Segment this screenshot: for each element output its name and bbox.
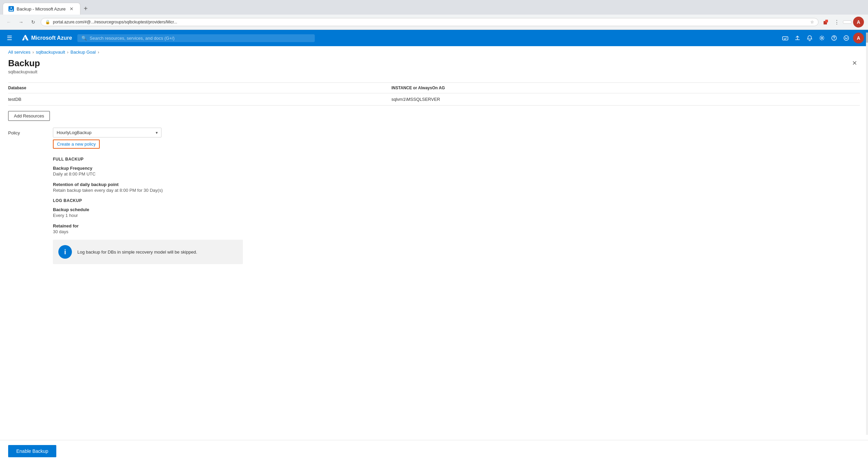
tab-title: Backup - Microsoft Azure — [17, 6, 66, 12]
retained-for-value: 30 days — [53, 229, 860, 234]
policy-dropdown-value: HourlyLogBackup — [57, 130, 92, 135]
page-subtitle: sqlbackupvault — [8, 69, 40, 74]
svg-point-9 — [845, 37, 846, 38]
backup-schedule-item: Backup schedule Every 1 hour — [53, 207, 860, 218]
vertical-scrollbar[interactable] — [866, 33, 868, 435]
settings-icon[interactable] — [816, 33, 827, 43]
menu-btn[interactable]: ⋮ — [832, 17, 842, 27]
browser-addressbar: ← → ↻ 🔒 portal.azure.com/#@.../resourceg… — [0, 15, 868, 30]
svg-point-8 — [844, 36, 849, 40]
notification-icon[interactable] — [804, 33, 815, 43]
info-icon: i — [58, 245, 72, 259]
breadcrumb-goal[interactable]: Backup Goal — [71, 50, 96, 55]
title-group: Backup sqlbackupvault — [8, 58, 40, 74]
help-icon[interactable] — [829, 33, 840, 43]
policy-section: Policy HourlyLogBackup ▾ Create a new po… — [8, 128, 860, 264]
browser-profile-btn[interactable]: A — [853, 17, 864, 27]
breadcrumb-vault[interactable]: sqlbackupvault — [36, 50, 65, 55]
address-text: portal.azure.com/#@.../resourcegroups/sq… — [53, 20, 808, 24]
cell-database: testDB — [8, 93, 391, 106]
browser-tab-active[interactable]: Backup - Microsoft Azure ✕ — [3, 3, 80, 15]
info-box: i Log backup for DBs in simple recovery … — [53, 240, 243, 264]
content-area: All services › sqlbackupvault › Backup G… — [0, 46, 868, 435]
sign-in-btn[interactable] — [843, 20, 852, 24]
col-database: Database — [8, 83, 391, 93]
feedback-icon[interactable] — [841, 33, 852, 43]
backup-schedule-label: Backup schedule — [53, 207, 860, 212]
search-icon: 🔍 — [81, 36, 87, 41]
full-backup-title: FULL BACKUP — [53, 157, 860, 162]
breadcrumb-sep-1: › — [33, 50, 34, 55]
browser-chrome: Backup - Microsoft Azure ✕ + ← → ↻ 🔒 por… — [0, 0, 868, 30]
policy-label: Policy — [8, 128, 42, 135]
azure-header-icons: A — [780, 33, 864, 43]
page-header: Backup sqlbackupvault ✕ — [8, 58, 860, 74]
policy-details: FULL BACKUP Backup Frequency Daily at 8:… — [53, 157, 860, 264]
svg-rect-4 — [783, 37, 788, 40]
close-btn[interactable]: ✕ — [849, 58, 860, 68]
svg-rect-1 — [10, 8, 12, 10]
dropdown-arrow-icon: ▾ — [156, 130, 158, 135]
star-icon[interactable]: ☆ — [810, 20, 814, 24]
azure-header: ☰ Microsoft Azure 🔍 A — [0, 30, 868, 46]
address-icons: ☆ — [810, 20, 814, 24]
resource-table: Database INSTANCE or AlwaysOn AG testDB … — [8, 82, 860, 106]
breadcrumb-sep-3: › — [98, 50, 99, 55]
backup-frequency-value: Daily at 8:00 PM UTC — [53, 171, 860, 177]
search-input[interactable] — [90, 36, 311, 41]
vertical-scroll-thumb[interactable] — [866, 33, 868, 43]
new-tab-btn[interactable]: + — [80, 3, 91, 14]
add-resources-container: Add Resources — [8, 111, 860, 121]
retention-label: Retention of daily backup point — [53, 182, 860, 187]
azure-profile-btn[interactable]: A — [853, 33, 864, 43]
retention-value: Retain backup taken every day at 8:00 PM… — [53, 188, 860, 193]
svg-rect-3 — [825, 20, 828, 22]
address-bar[interactable]: 🔒 portal.azure.com/#@.../resourcegroups/… — [41, 18, 818, 26]
azure-logo: Microsoft Azure — [20, 34, 72, 42]
svg-point-7 — [834, 39, 834, 40]
add-resources-button[interactable]: Add Resources — [8, 111, 50, 121]
backup-schedule-value: Every 1 hour — [53, 213, 860, 218]
create-policy-link[interactable]: Create a new policy — [53, 140, 100, 149]
main-content: Backup sqlbackupvault ✕ Database INSTANC… — [0, 58, 868, 264]
info-text: Log backup for DBs in simple recovery mo… — [77, 250, 197, 255]
svg-point-5 — [821, 37, 823, 39]
cell-instance: sqlvm1\MSSQLSERVER — [391, 93, 860, 106]
retention-item: Retention of daily backup point Retain b… — [53, 182, 860, 193]
log-backup-title: LOG BACKUP — [53, 198, 860, 203]
breadcrumb-sep-2: › — [67, 50, 69, 55]
forward-btn[interactable]: → — [16, 17, 26, 27]
azure-search-box[interactable]: 🔍 — [77, 34, 315, 42]
backup-frequency-label: Backup Frequency — [53, 166, 860, 171]
page-title: Backup — [8, 58, 40, 69]
cloud-shell-icon[interactable] — [780, 33, 791, 43]
azure-logo-text: Microsoft Azure — [31, 35, 72, 41]
col-instance: INSTANCE or AlwaysOn AG — [391, 83, 860, 93]
tab-favicon — [8, 6, 14, 12]
backup-frequency-item: Backup Frequency Daily at 8:00 PM UTC — [53, 166, 860, 177]
policy-dropdown[interactable]: HourlyLogBackup ▾ — [53, 128, 161, 137]
breadcrumb-all-services[interactable]: All services — [8, 50, 31, 55]
upload-icon[interactable] — [792, 33, 803, 43]
policy-right: HourlyLogBackup ▾ Create a new policy FU… — [53, 128, 860, 264]
browser-action-icons: ⋮ A — [821, 17, 864, 27]
extension-icon[interactable] — [821, 17, 831, 27]
refresh-btn[interactable]: ↻ — [28, 17, 38, 27]
tab-close-btn[interactable]: ✕ — [69, 6, 75, 12]
breadcrumb: All services › sqlbackupvault › Backup G… — [0, 46, 868, 58]
back-btn[interactable]: ← — [4, 17, 14, 27]
table-row: testDB sqlvm1\MSSQLSERVER — [8, 93, 860, 106]
svg-point-10 — [847, 37, 848, 38]
browser-tabs: Backup - Microsoft Azure ✕ + — [0, 0, 868, 15]
retained-for-item: Retained for 30 days — [53, 223, 860, 234]
hamburger-btn[interactable]: ☰ — [4, 33, 15, 43]
retained-for-label: Retained for — [53, 223, 860, 228]
